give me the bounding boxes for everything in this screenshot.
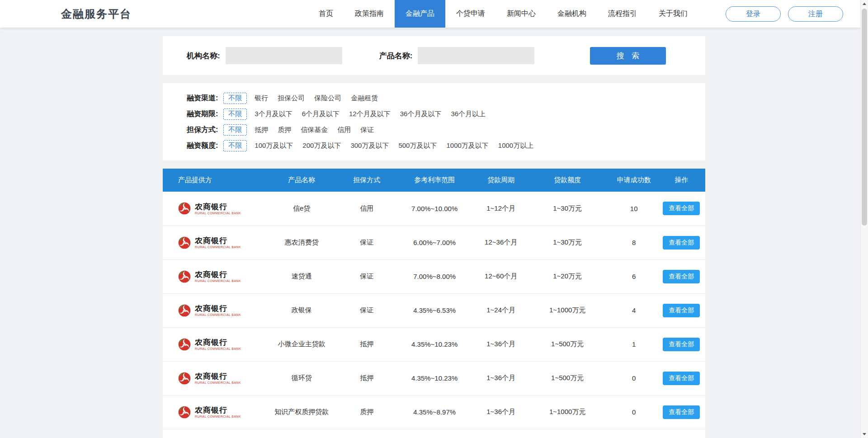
filter-row: 担保方式:不限抵押质押信保基金信用保证 <box>187 122 705 138</box>
filter-option[interactable]: 抵押 <box>255 126 268 134</box>
bank-name: 农商银行 <box>195 203 241 212</box>
filter-option[interactable]: 1000万以上 <box>498 141 533 150</box>
filter-option[interactable]: 不限 <box>223 108 247 120</box>
guarantee-type: 保证 <box>342 293 392 327</box>
view-all-button[interactable]: 查看全部 <box>663 270 700 283</box>
nav-item-7[interactable]: 关于我们 <box>648 0 698 28</box>
login-button[interactable]: 登录 <box>726 6 781 22</box>
org-name-label: 机构名称: <box>187 51 220 61</box>
bank-logo-icon <box>178 406 191 419</box>
view-all-button[interactable]: 查看全部 <box>663 338 700 351</box>
provider-cell: 农商银行RURAL COMMERCIAL BANK <box>163 395 261 429</box>
site-logo: 金融服务平台 <box>61 0 132 28</box>
loan-period: 1~36个月 <box>477 395 524 429</box>
filter-option[interactable]: 300万及以下 <box>350 141 389 150</box>
bank-names: 农商银行RURAL COMMERCIAL BANK <box>195 270 241 283</box>
filter-option[interactable]: 银行 <box>255 94 268 103</box>
success-count: 4 <box>610 293 657 327</box>
product-name: 速贷通 <box>261 259 342 293</box>
nav-item-4[interactable]: 新闻中心 <box>496 0 547 28</box>
filter-option[interactable]: 1000万及以下 <box>446 141 488 150</box>
scrollbar-up-arrow-icon[interactable] <box>861 0 868 8</box>
filter-panel: 融资渠道:不限银行担保公司保险公司金融租赁融资期限:不限3个月及以下6个月及以下… <box>163 83 705 160</box>
provider-cell: 农商银行RURAL COMMERCIAL BANK <box>163 293 261 327</box>
search-button[interactable]: 搜 索 <box>590 47 666 65</box>
guarantee-type: 保证 <box>342 259 392 293</box>
view-all-button[interactable]: 查看全部 <box>663 236 700 250</box>
filter-option[interactable]: 信用 <box>337 126 351 134</box>
filter-option[interactable]: 12个月及以下 <box>349 110 391 118</box>
filter-option[interactable]: 金融租赁 <box>351 94 378 103</box>
bank-logo-icon <box>178 338 191 351</box>
column-header: 产品提供方 <box>163 169 261 192</box>
view-all-button[interactable]: 查看全部 <box>663 202 700 215</box>
bank-name: 农商银行 <box>195 270 241 279</box>
loan-amount: 1~20万元 <box>524 259 610 293</box>
table-body: 农商银行RURAL COMMERCIAL BANK信e贷信用7.00%~10.0… <box>163 192 705 429</box>
table-row: 农商银行RURAL COMMERCIAL BANK惠农消费贷保证6.00%~7.… <box>163 226 705 259</box>
action-cell: 查看全部 <box>657 192 705 226</box>
bank-subtitle: RURAL COMMERCIAL BANK <box>195 212 241 215</box>
filter-option[interactable]: 不限 <box>223 140 247 151</box>
rate-range: 7.00%~10.00% <box>392 192 477 226</box>
content: 机构名称: 产品名称: 搜 索 融资渠道:不限银行担保公司保险公司金融租赁融资期… <box>163 36 705 438</box>
nav-item-1[interactable]: 政策指南 <box>344 0 395 28</box>
filter-option[interactable]: 200万及以下 <box>302 141 341 150</box>
org-name-input[interactable] <box>226 47 342 64</box>
bank-subtitle: RURAL COMMERCIAL BANK <box>195 245 241 249</box>
scrollbar-down-arrow-icon[interactable] <box>861 430 868 438</box>
nav-item-3[interactable]: 个贷申请 <box>445 0 496 28</box>
loan-period: 1~36个月 <box>477 361 524 395</box>
provider-cell: 农商银行RURAL COMMERCIAL BANK <box>163 226 261 259</box>
scrollbar-thumb[interactable] <box>862 9 867 226</box>
view-all-button[interactable]: 查看全部 <box>663 405 700 419</box>
scrollbar[interactable] <box>860 0 868 438</box>
filter-option[interactable]: 36个月以上 <box>451 110 486 118</box>
provider-cell: 农商银行RURAL COMMERCIAL BANK <box>163 361 261 395</box>
rate-range: 7.00%~8.00% <box>392 259 477 293</box>
products-table-card: 产品提供方产品名称担保方式参考利率范围贷款周期贷款额度申请成功数操作 农商银行R… <box>163 169 705 438</box>
guarantee-type: 抵押 <box>342 327 392 361</box>
view-all-button[interactable]: 查看全部 <box>663 372 700 385</box>
view-all-button[interactable]: 查看全部 <box>663 304 700 317</box>
search-panel: 机构名称: 产品名称: 搜 索 <box>163 36 705 75</box>
filter-option[interactable]: 保险公司 <box>314 94 341 103</box>
products-table: 产品提供方产品名称担保方式参考利率范围贷款周期贷款额度申请成功数操作 农商银行R… <box>163 169 705 429</box>
nav-item-6[interactable]: 流程指引 <box>597 0 648 28</box>
guarantee-type: 抵押 <box>342 361 392 395</box>
filter-row: 融资额度:不限100万及以下200万及以下300万及以下500万及以下1000万… <box>187 138 705 154</box>
table-row: 农商银行RURAL COMMERCIAL BANK信e贷信用7.00%~10.0… <box>163 192 705 226</box>
provider-cell: 农商银行RURAL COMMERCIAL BANK <box>163 327 261 361</box>
nav-item-0[interactable]: 首页 <box>308 0 344 28</box>
filter-option[interactable]: 3个月及以下 <box>255 110 292 118</box>
product-name-input[interactable] <box>418 47 534 64</box>
filter-option[interactable]: 100万及以下 <box>255 141 293 150</box>
filter-option[interactable]: 不限 <box>223 93 247 104</box>
register-button[interactable]: 注册 <box>788 6 843 22</box>
table-row: 农商银行RURAL COMMERCIAL BANK循环贷抵押4.35%~10.2… <box>163 361 705 395</box>
nav-item-5[interactable]: 金融机构 <box>547 0 597 28</box>
provider: 农商银行RURAL COMMERCIAL BANK <box>178 406 261 419</box>
action-cell: 查看全部 <box>657 226 705 259</box>
loan-period: 12~60个月 <box>477 259 524 293</box>
filter-option[interactable]: 不限 <box>223 124 247 136</box>
bank-logo-icon <box>178 304 191 317</box>
rate-range: 4.35%~8.97% <box>392 395 477 429</box>
loan-amount: 1~1000万元 <box>524 293 610 327</box>
product-name: 小微企业主贷款 <box>261 327 342 361</box>
provider: 农商银行RURAL COMMERCIAL BANK <box>178 202 261 215</box>
filter-option[interactable]: 36个月及以下 <box>400 110 442 118</box>
filter-option[interactable]: 质押 <box>278 126 291 134</box>
filter-option[interactable]: 保证 <box>360 126 374 134</box>
filter-option[interactable]: 6个月及以下 <box>302 110 340 118</box>
product-name: 信e贷 <box>261 192 342 226</box>
nav-item-2[interactable]: 金融产品 <box>395 0 445 28</box>
filter-option[interactable]: 500万及以下 <box>398 141 437 150</box>
bank-name: 农商银行 <box>195 338 241 347</box>
filter-label: 融资渠道: <box>187 94 218 103</box>
bank-subtitle: RURAL COMMERCIAL BANK <box>195 279 241 283</box>
filter-option[interactable]: 担保公司 <box>278 94 305 103</box>
filter-option[interactable]: 信保基金 <box>301 126 328 134</box>
table-row: 农商银行RURAL COMMERCIAL BANK知识产权质押贷款质押4.35%… <box>163 395 705 429</box>
provider: 农商银行RURAL COMMERCIAL BANK <box>178 236 261 249</box>
